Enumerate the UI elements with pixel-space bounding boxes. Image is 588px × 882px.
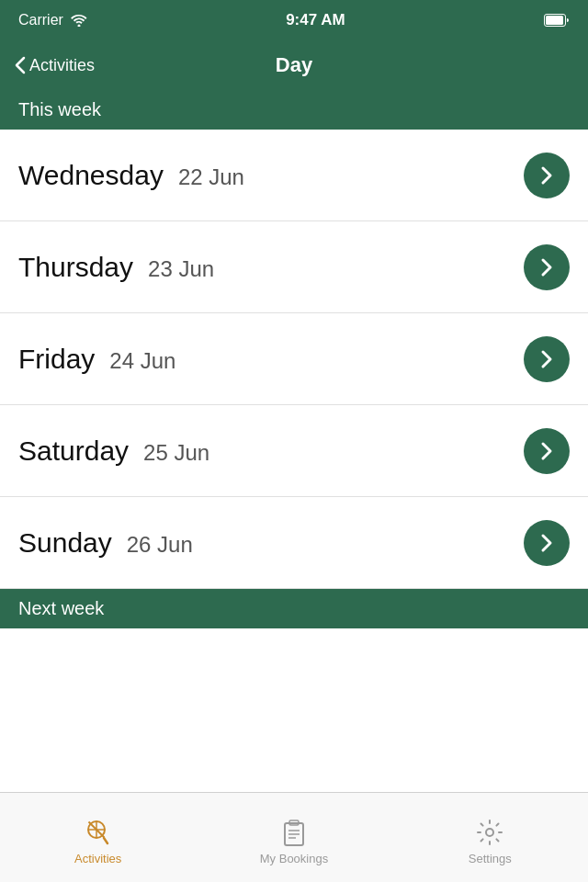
chevron-button[interactable]	[524, 153, 570, 198]
day-name: Wednesday	[18, 160, 164, 191]
tab-bookings-label: My Bookings	[260, 852, 328, 865]
settings-icon-wrap	[474, 817, 505, 848]
day-row[interactable]: Sunday 26 Jun	[0, 497, 588, 589]
status-bar-time: 9:47 AM	[286, 11, 345, 29]
chevron-button[interactable]	[524, 336, 570, 382]
day-info: Sunday 26 Jun	[18, 527, 193, 559]
chevron-button[interactable]	[524, 520, 570, 566]
day-info: Wednesday 22 Jun	[18, 160, 244, 191]
chevron-button[interactable]	[524, 244, 570, 290]
activities-icon	[85, 819, 112, 846]
day-list: Wednesday 22 Jun Thursday 23 Jun Friday …	[0, 130, 588, 589]
day-date: 23 Jun	[148, 256, 214, 282]
carrier-label: Carrier	[18, 12, 63, 28]
svg-line-6	[104, 838, 107, 843]
battery-icon	[544, 14, 570, 27]
day-name: Sunday	[18, 527, 112, 559]
day-date: 25 Jun	[143, 440, 209, 466]
back-chevron-icon	[15, 56, 26, 74]
chevron-right-icon	[536, 256, 558, 278]
tab-settings[interactable]: Settings	[392, 809, 588, 865]
day-date: 24 Jun	[109, 348, 175, 374]
this-week-label: This week	[18, 99, 101, 119]
day-name: Saturday	[18, 435, 129, 467]
settings-icon	[476, 819, 503, 846]
chevron-right-icon	[536, 440, 558, 462]
chevron-right-icon	[536, 532, 558, 554]
status-bar: Carrier 9:47 AM	[0, 0, 588, 40]
day-info: Thursday 23 Jun	[18, 252, 214, 283]
activities-icon-wrap	[83, 817, 114, 848]
back-button[interactable]: Activities	[15, 56, 95, 75]
back-label: Activities	[29, 56, 95, 75]
tab-activities-label: Activities	[74, 852, 121, 865]
status-bar-right	[544, 14, 570, 27]
status-bar-left: Carrier	[18, 12, 87, 28]
bookings-icon	[280, 819, 308, 846]
svg-rect-1	[546, 16, 563, 25]
next-week-label: Next week	[18, 598, 104, 618]
next-week-header: Next week	[0, 589, 588, 628]
tab-bookings[interactable]: My Bookings	[196, 809, 391, 865]
bookings-icon-wrap	[278, 817, 310, 848]
day-name: Thursday	[18, 252, 133, 283]
nav-bar: Activities Day	[0, 40, 588, 90]
this-week-header: This week	[0, 90, 588, 130]
day-row[interactable]: Thursday 23 Jun	[0, 221, 588, 313]
chevron-right-icon	[536, 164, 558, 187]
day-name: Friday	[18, 344, 95, 375]
tab-activities[interactable]: Activities	[0, 809, 196, 865]
day-row[interactable]: Saturday 25 Jun	[0, 405, 588, 497]
day-date: 26 Jun	[127, 532, 193, 558]
chevron-right-icon	[536, 348, 558, 370]
tab-bar: Activities My Bookings Settings	[0, 792, 588, 882]
day-row[interactable]: Friday 24 Jun	[0, 313, 588, 405]
day-row[interactable]: Wednesday 22 Jun	[0, 130, 588, 221]
day-info: Saturday 25 Jun	[18, 435, 209, 467]
nav-title: Day	[276, 53, 312, 77]
tab-settings-label: Settings	[469, 852, 512, 865]
chevron-button[interactable]	[524, 428, 570, 474]
svg-point-12	[486, 829, 493, 836]
day-date: 22 Jun	[178, 164, 244, 190]
day-info: Friday 24 Jun	[18, 344, 175, 375]
wifi-icon	[71, 14, 87, 27]
